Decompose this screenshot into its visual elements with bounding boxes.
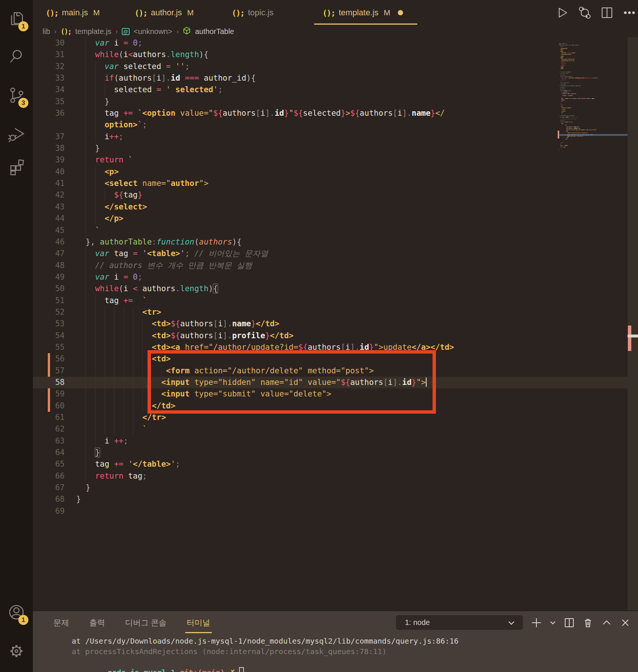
code-token: authors	[569, 128, 572, 129]
overview-ruler[interactable]	[628, 37, 638, 610]
code-token: ++	[109, 132, 119, 141]
line-number: 62	[33, 423, 76, 435]
code-line[interactable]: 43</select>	[33, 201, 628, 213]
code-editor[interactable]: 30var i = 0;31while(i<authors.length){32…	[33, 37, 638, 610]
code-line[interactable]: 65tag += '</table>';	[33, 458, 628, 470]
split-terminal-button[interactable]	[563, 616, 576, 629]
dirty-indicator	[398, 10, 403, 15]
breadcrumb-item-file[interactable]: template.js	[75, 27, 111, 36]
breadcrumb-item-lib[interactable]: lib	[43, 27, 50, 36]
code-token: .	[227, 331, 232, 340]
code-line[interactable]: 68}	[33, 494, 628, 505]
code-line[interactable]: 67}	[33, 482, 628, 494]
minimap[interactable]: module.exports = { HTML:function(title, …	[558, 43, 628, 159]
code-line[interactable]: 32var selected = '';	[33, 61, 628, 72]
breadcrumb-item-symbol[interactable]: authorTable	[195, 27, 234, 36]
code-token: authors	[564, 90, 567, 91]
code-line[interactable]: 54<td>${authors[i].profile}</td>	[33, 330, 628, 342]
code-token: module	[558, 43, 561, 44]
module-icon: @	[122, 28, 130, 35]
code-token: var	[95, 273, 109, 281]
code-line[interactable]: 62`	[33, 423, 628, 435]
split-editor-button[interactable]	[599, 4, 615, 21]
code-line[interactable]: 49var i = 0;	[33, 271, 628, 283]
panel-tab-item[interactable]: 디버그 콘솔	[124, 617, 167, 628]
code-token: </td>	[256, 319, 279, 328]
code-line[interactable]: 52<tr>	[33, 307, 628, 318]
code-token: authors	[587, 98, 590, 99]
code-token: `	[142, 296, 147, 305]
code-line[interactable]: 40<p>	[33, 166, 628, 178]
compare-changes-icon	[577, 5, 592, 20]
code-line[interactable]: 34selected = ' selected';	[33, 84, 628, 96]
code-line[interactable]: 31while(i<authors.length){	[33, 49, 628, 60]
code-line[interactable]: 44</p>	[33, 213, 628, 224]
code-line[interactable]: 50while(i < authors.length){	[33, 283, 628, 295]
code-line[interactable]: 45`	[33, 225, 628, 236]
code-token: authors	[569, 126, 572, 127]
code-token: action="/author/delete" method="post">	[570, 133, 588, 134]
vscode-window: 1 3	[0, 0, 638, 672]
code-line[interactable]: 30var i = 0;	[33, 37, 628, 49]
code-line[interactable]: 64}	[33, 447, 628, 458]
sidebar-item-run-debug[interactable]	[0, 117, 33, 150]
maximize-panel-button[interactable]	[600, 616, 613, 629]
code-token: .	[176, 284, 180, 293]
sidebar-item-source-control[interactable]: 3	[0, 79, 33, 112]
code-line[interactable]: 46}, authorTable:function(authors){	[33, 236, 628, 248]
js-file-icon: ();	[46, 8, 58, 18]
tab-template-js[interactable]: (); template.js M	[314, 0, 422, 25]
code-line[interactable]: option>`;	[33, 119, 628, 131]
line-number: 57	[33, 365, 76, 377]
code-line[interactable]: 41<select name="author">	[33, 178, 628, 189]
close-panel-button[interactable]	[619, 616, 632, 629]
code-line[interactable]: 39return `	[33, 154, 628, 166]
code-token: ;	[119, 132, 124, 141]
code-line[interactable]: 33if(authors[i].id === author_id){	[33, 72, 628, 84]
code-line[interactable]: 36tag += `<option value="${authors[i].id…	[33, 108, 628, 119]
code-token: }	[558, 81, 561, 82]
trash-icon	[582, 617, 594, 629]
sidebar-item-extensions[interactable]	[0, 150, 33, 183]
kill-terminal-button[interactable]	[581, 616, 595, 629]
code-token: ${title}	[568, 53, 572, 54]
more-actions-button[interactable]	[621, 4, 638, 21]
code-line[interactable]: 48// authors 변수 개수 만큼 반복문 실행	[33, 260, 628, 271]
code-token: :	[152, 237, 157, 246]
code-line[interactable]: 37i++;	[33, 131, 628, 143]
terminal-selector[interactable]: 1: node	[396, 615, 523, 630]
code-token	[128, 38, 133, 47]
tab-topic-js[interactable]: (); topic.js	[223, 0, 314, 25]
sidebar-item-search[interactable]	[0, 40, 33, 72]
sidebar-item-explorer[interactable]: 1	[0, 2, 33, 35]
code-line[interactable]: 66return tag;	[33, 470, 628, 482]
new-terminal-button[interactable]	[530, 616, 543, 629]
tab-main-js[interactable]: (); main.js M	[37, 0, 126, 25]
settings-button[interactable]	[0, 635, 33, 668]
open-changes-button[interactable]	[576, 4, 593, 21]
terminal-output[interactable]: at /Users/dy/Downloads/node.js-mysql-1/n…	[33, 636, 638, 672]
code-line[interactable]: 53<td>${authors[i].name}</td>	[33, 318, 628, 330]
code-token: return	[560, 46, 563, 47]
breadcrumb-item-unknown[interactable]: <unknown>	[134, 27, 172, 36]
account-button[interactable]: 1	[0, 596, 33, 629]
code-line[interactable]: 35}	[33, 96, 628, 108]
panel-tab-terminal-active[interactable]: 터미널	[186, 617, 211, 628]
code-line[interactable]: 51tag += `	[33, 295, 628, 307]
code-line[interactable]: 38}	[33, 143, 628, 154]
account-badge: 1	[18, 615, 28, 625]
tab-author-js[interactable]: (); author.js M	[126, 0, 223, 25]
line-number: 51	[33, 295, 76, 307]
ruler-current-line-marker	[628, 335, 638, 337]
code-token: function	[566, 115, 570, 116]
code-token	[558, 63, 561, 65]
new-terminal-dropdown[interactable]	[548, 616, 557, 629]
code-token: // authors 변수 개수 만큼 반복문 실행	[95, 261, 253, 270]
code-line[interactable]: 63i ++;	[33, 435, 628, 447]
panel-tab-item[interactable]: 문제	[53, 617, 70, 628]
code-line[interactable]: 42${tag}	[33, 189, 628, 201]
code-line[interactable]: 69	[33, 505, 628, 517]
panel-tab-item[interactable]: 출력	[89, 617, 106, 628]
code-line[interactable]: 47var tag = '<table>'; // 비어있는 문자열	[33, 248, 628, 259]
run-button[interactable]	[554, 4, 570, 21]
